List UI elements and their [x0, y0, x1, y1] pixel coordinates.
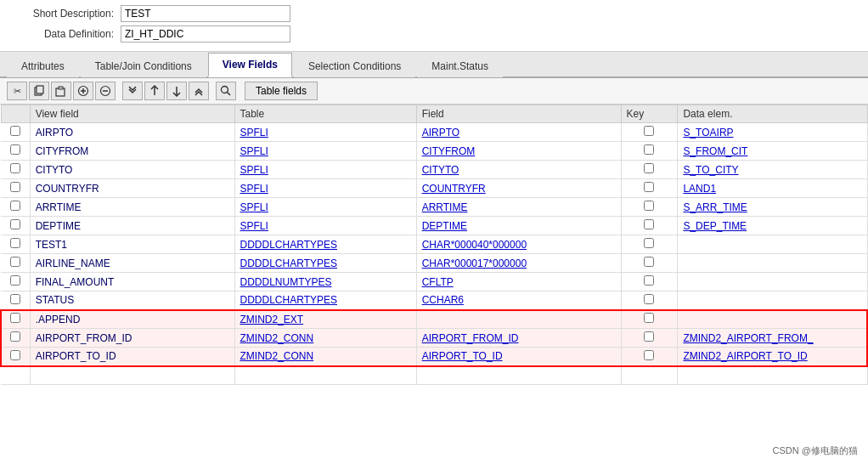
key-checkbox[interactable]	[644, 294, 654, 304]
row-field[interactable]: CHAR*000040*000000	[416, 235, 621, 254]
move-down-button[interactable]	[122, 82, 143, 100]
field-link[interactable]: ARRTIME	[422, 201, 468, 213]
data-elem-link[interactable]: S_ARR_TIME	[683, 201, 747, 213]
data-elem-link[interactable]: ZMIND2_AIRPORT_FROM_	[683, 332, 813, 344]
field-link[interactable]: DEPTIME	[422, 220, 467, 232]
table-link[interactable]: DDDDLCHARTYPES	[240, 257, 337, 269]
key-checkbox[interactable]	[644, 238, 654, 248]
field-link[interactable]: CITYTO	[422, 164, 459, 176]
search-button[interactable]	[216, 82, 236, 100]
row-table[interactable]: SPFLI	[234, 198, 416, 217]
row-table[interactable]: SPFLI	[234, 142, 416, 161]
row-table[interactable]: SPFLI	[234, 179, 416, 198]
data-elem-link[interactable]: S_FROM_CIT	[683, 145, 747, 157]
table-link[interactable]: ZMIND2_EXT	[240, 314, 304, 325]
data-elem-link[interactable]: S_DEP_TIME	[683, 220, 747, 232]
key-checkbox[interactable]	[644, 331, 654, 342]
copy-button[interactable]	[29, 82, 49, 100]
tab-maint-status[interactable]: Maint.Status	[417, 54, 503, 77]
row-data-elem[interactable]: S_ARR_TIME	[678, 198, 867, 217]
row-data-elem[interactable]	[678, 273, 867, 291]
table-link[interactable]: DDDDLCHARTYPES	[240, 294, 337, 306]
field-link[interactable]: CHAR*000040*000000	[422, 239, 527, 251]
key-checkbox[interactable]	[644, 126, 654, 136]
table-link[interactable]: SPFLI	[240, 145, 268, 157]
table-link[interactable]: SPFLI	[240, 164, 268, 176]
row-table[interactable]: DDDDLCHARTYPES	[234, 254, 416, 273]
row-checkbox[interactable]	[10, 201, 20, 211]
row-checkbox[interactable]	[10, 294, 20, 304]
table-link[interactable]: SPFLI	[240, 127, 268, 139]
row-field[interactable]: CFLTP	[416, 273, 621, 291]
data-elem-link[interactable]: S_TO_CITY	[683, 164, 738, 176]
row-table[interactable]: ZMIND2_EXT	[234, 310, 416, 329]
row-field[interactable]: AIRPORT_TO_ID	[416, 348, 621, 366]
row-field[interactable]: COUNTRYFR	[416, 179, 621, 198]
add-row-button[interactable]	[73, 82, 93, 100]
row-table[interactable]: DDDDLCHARTYPES	[234, 291, 416, 310]
row-table[interactable]: DDDDLNUMTYPES	[234, 273, 416, 291]
row-checkbox[interactable]	[10, 144, 20, 155]
table-link[interactable]: SPFLI	[240, 220, 268, 232]
tab-table-join[interactable]: Table/Join Conditions	[81, 54, 206, 77]
data-elem-link[interactable]: S_TOAIRP	[683, 127, 733, 139]
row-field[interactable]: CCHAR6	[416, 291, 621, 310]
table-link[interactable]: DDDDLNUMTYPES	[240, 276, 332, 288]
key-checkbox[interactable]	[644, 163, 654, 173]
row-data-elem[interactable]: ZMIND2_AIRPORT_FROM_	[678, 329, 867, 348]
key-checkbox[interactable]	[644, 350, 654, 360]
field-link[interactable]: AIRPTO	[422, 127, 459, 139]
row-field[interactable]: CHAR*000017*000000	[416, 254, 621, 273]
delete-row-button[interactable]	[95, 82, 116, 100]
table-link[interactable]: ZMIND2_CONN	[240, 350, 314, 362]
row-checkbox[interactable]	[10, 257, 20, 267]
row-data-elem[interactable]: S_FROM_CIT	[678, 142, 867, 161]
row-data-elem[interactable]	[678, 310, 867, 329]
row-field[interactable]: ARRTIME	[416, 198, 621, 217]
move-down-one-button[interactable]	[166, 82, 187, 100]
row-checkbox[interactable]	[10, 219, 20, 229]
key-checkbox[interactable]	[644, 257, 654, 267]
row-data-elem[interactable]	[678, 235, 867, 254]
move-up-all-button[interactable]	[189, 82, 209, 100]
row-table[interactable]: ZMIND2_CONN	[234, 348, 416, 366]
row-field[interactable]: DEPTIME	[416, 217, 621, 235]
row-checkbox[interactable]	[10, 313, 20, 323]
row-field[interactable]: CITYFROM	[416, 142, 621, 161]
table-link[interactable]: SPFLI	[240, 201, 268, 213]
row-data-elem[interactable]: S_TO_CITY	[678, 161, 867, 179]
cut-button[interactable]: ✂	[7, 82, 27, 100]
table-link[interactable]: SPFLI	[240, 183, 268, 195]
row-field[interactable]	[416, 310, 621, 329]
row-checkbox[interactable]	[10, 331, 20, 342]
row-data-elem[interactable]: S_TOAIRP	[678, 123, 867, 142]
row-checkbox[interactable]	[10, 238, 20, 248]
row-field[interactable]: AIRPTO	[416, 123, 621, 142]
field-link[interactable]: CCHAR6	[422, 294, 464, 306]
row-data-elem[interactable]: LAND1	[678, 179, 867, 198]
key-checkbox[interactable]	[644, 144, 654, 155]
row-checkbox[interactable]	[10, 163, 20, 173]
row-data-elem[interactable]: ZMIND2_AIRPORT_TO_ID	[678, 348, 867, 366]
row-checkbox[interactable]	[10, 126, 20, 136]
data-elem-link[interactable]: ZMIND2_AIRPORT_TO_ID	[683, 350, 807, 362]
tab-attributes[interactable]: Attributes	[7, 54, 79, 77]
row-field[interactable]	[416, 366, 621, 385]
row-field[interactable]: CITYTO	[416, 161, 621, 179]
field-link[interactable]: CFLTP	[422, 276, 454, 288]
paste-button[interactable]	[51, 82, 71, 100]
move-up-one-button[interactable]	[144, 82, 165, 100]
table-link[interactable]: DDDDLCHARTYPES	[240, 239, 337, 251]
key-checkbox[interactable]	[644, 182, 654, 192]
tab-view-fields[interactable]: View Fields	[208, 53, 292, 77]
row-table[interactable]: ZMIND2_CONN	[234, 329, 416, 348]
row-checkbox[interactable]	[10, 275, 20, 286]
data-definition-input[interactable]	[121, 25, 290, 42]
data-elem-link[interactable]: LAND1	[683, 183, 716, 195]
row-table[interactable]: SPFLI	[234, 217, 416, 235]
row-checkbox[interactable]	[10, 182, 20, 192]
tab-selection-conditions[interactable]: Selection Conditions	[294, 54, 415, 77]
row-checkbox[interactable]	[10, 350, 20, 360]
row-table[interactable]: SPFLI	[234, 123, 416, 142]
field-link[interactable]: COUNTRYFR	[422, 183, 486, 195]
